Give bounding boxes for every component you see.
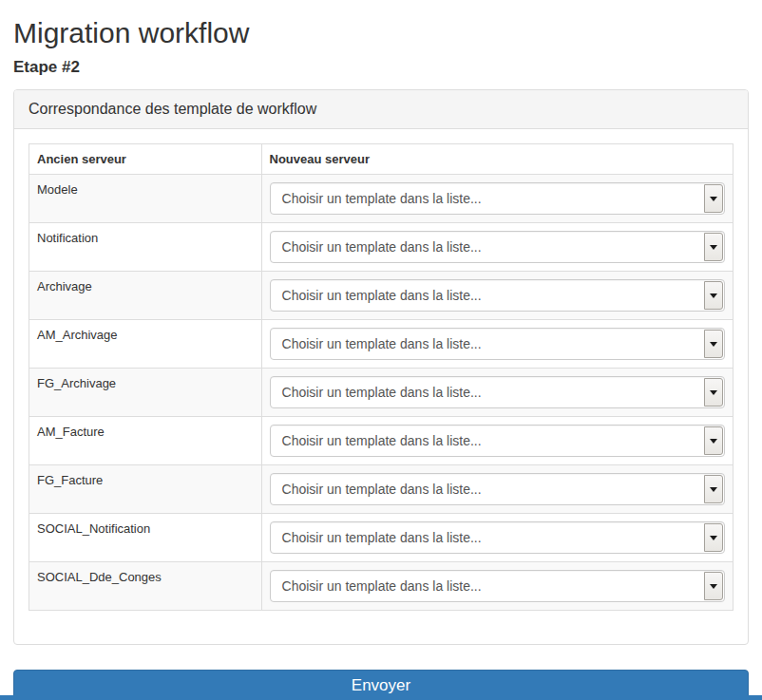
template-select[interactable]: Choisir un template dans la liste... (270, 521, 725, 554)
old-server-label: Notification (29, 223, 262, 272)
template-select[interactable]: Choisir un template dans la liste... (270, 279, 725, 312)
mapping-table-body: ModeleChoisir un template dans la liste.… (29, 175, 733, 611)
template-select[interactable]: Choisir un template dans la liste... (270, 376, 725, 408)
new-server-cell: Choisir un template dans la liste... (261, 175, 733, 223)
new-server-cell: Choisir un template dans la liste... (261, 562, 733, 611)
new-server-cell: Choisir un template dans la liste... (261, 223, 733, 272)
new-server-cell: Choisir un template dans la liste... (261, 369, 733, 417)
panel-body: Ancien serveur Nouveau serveur ModeleCho… (14, 129, 748, 644)
template-select-value: Choisir un template dans la liste... (271, 232, 724, 262)
table-row: FG_FactureChoisir un template dans la li… (29, 465, 733, 514)
template-select-value: Choisir un template dans la liste... (271, 280, 724, 311)
dropdown-arrow-icon (704, 475, 723, 503)
page-title: Migration workflow (13, 17, 749, 49)
column-header-new-server: Nouveau serveur (261, 144, 733, 175)
panel-heading: Correspondance des template de workflow (14, 90, 748, 129)
new-server-cell: Choisir un template dans la liste... (261, 417, 733, 465)
template-select[interactable]: Choisir un template dans la liste... (270, 473, 725, 505)
template-select[interactable]: Choisir un template dans la liste... (270, 231, 725, 263)
table-header-row: Ancien serveur Nouveau serveur (29, 144, 733, 175)
old-server-label: SOCIAL_Notification (29, 514, 262, 562)
new-server-cell: Choisir un template dans la liste... (261, 514, 733, 562)
template-select[interactable]: Choisir un template dans la liste... (270, 182, 725, 215)
column-header-old-server: Ancien serveur (29, 144, 262, 175)
table-row: AM_ArchivageChoisir un template dans la … (29, 320, 733, 369)
dropdown-arrow-icon (704, 281, 723, 310)
template-select-value: Choisir un template dans la liste... (271, 183, 724, 214)
template-select[interactable]: Choisir un template dans la liste... (270, 328, 725, 360)
table-row: SOCIAL_NotificationChoisir un template d… (29, 514, 733, 562)
old-server-label: Modele (29, 175, 262, 223)
dropdown-arrow-icon (704, 184, 723, 213)
dropdown-arrow-icon (704, 330, 723, 358)
template-select[interactable]: Choisir un template dans la liste... (270, 425, 725, 457)
workflow-mapping-panel: Correspondance des template de workflow … (13, 89, 749, 645)
table-row: SOCIAL_Dde_CongesChoisir un template dan… (29, 562, 733, 611)
page-container: Migration workflow Etape #2 Correspondan… (13, 17, 749, 700)
table-row: ModeleChoisir un template dans la liste.… (29, 175, 733, 223)
old-server-label: Archivage (29, 272, 262, 320)
old-server-label: SOCIAL_Dde_Conges (29, 562, 262, 611)
dropdown-arrow-icon (704, 426, 723, 455)
old-server-label: AM_Facture (29, 417, 262, 465)
old-server-label: FG_Facture (29, 465, 262, 514)
mapping-table: Ancien serveur Nouveau serveur ModeleCho… (29, 143, 733, 611)
old-server-label: AM_Archivage (29, 320, 262, 369)
template-select-value: Choisir un template dans la liste... (271, 474, 724, 504)
dropdown-arrow-icon (704, 233, 723, 261)
template-select-value: Choisir un template dans la liste... (271, 329, 724, 359)
bottom-cutoff-bar (0, 695, 762, 700)
table-row: NotificationChoisir un template dans la … (29, 223, 733, 272)
table-row: FG_ArchivageChoisir un template dans la … (29, 369, 733, 417)
new-server-cell: Choisir un template dans la liste... (261, 320, 733, 369)
template-select-value: Choisir un template dans la liste... (271, 571, 724, 601)
old-server-label: FG_Archivage (29, 369, 262, 417)
template-select-value: Choisir un template dans la liste... (271, 522, 724, 553)
dropdown-arrow-icon (704, 523, 723, 552)
table-row: AM_FactureChoisir un template dans la li… (29, 417, 733, 465)
dropdown-arrow-icon (704, 572, 723, 600)
template-select-value: Choisir un template dans la liste... (271, 426, 724, 456)
step-subtitle: Etape #2 (13, 58, 749, 77)
new-server-cell: Choisir un template dans la liste... (261, 272, 733, 320)
template-select-value: Choisir un template dans la liste... (271, 377, 724, 407)
dropdown-arrow-icon (704, 378, 723, 407)
template-select[interactable]: Choisir un template dans la liste... (270, 570, 725, 602)
table-row: ArchivageChoisir un template dans la lis… (29, 272, 733, 320)
new-server-cell: Choisir un template dans la liste... (261, 465, 733, 514)
